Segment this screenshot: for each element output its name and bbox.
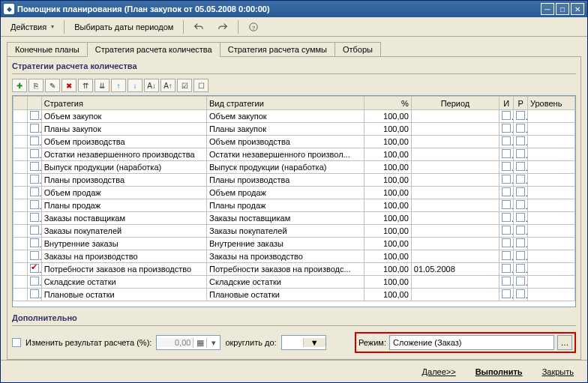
row-checkbox[interactable]: [27, 187, 41, 199]
cell-p[interactable]: [514, 238, 528, 250]
cell-p[interactable]: [514, 161, 528, 174]
next-button[interactable]: Далее>>: [416, 365, 462, 379]
cell-i[interactable]: [500, 161, 514, 174]
cell-p[interactable]: [514, 136, 528, 148]
table-row[interactable]: Остатки незавершенного производстваОстат…: [14, 148, 575, 161]
col-i[interactable]: И: [500, 97, 514, 110]
table-row[interactable]: Складские остаткиСкладские остатки100,00: [14, 276, 575, 289]
strategy-grid[interactable]: Стратегия Вид стратегии % Период И Р Уро…: [12, 95, 576, 307]
row-checkbox[interactable]: [27, 161, 41, 174]
col-p[interactable]: Р: [514, 97, 528, 110]
cell-i[interactable]: [500, 187, 514, 199]
row-checkbox[interactable]: [27, 276, 41, 289]
delete-row-icon[interactable]: ✖: [62, 79, 76, 92]
row-checkbox[interactable]: [27, 238, 41, 250]
cell-p[interactable]: [514, 276, 528, 289]
cell-i[interactable]: [500, 238, 514, 250]
check-all-icon[interactable]: ☑: [177, 79, 192, 92]
move-down-icon[interactable]: ↓: [128, 79, 142, 92]
table-row[interactable]: Заказы покупателейЗаказы покупателей100,…: [14, 225, 575, 238]
tab-sum-strategy[interactable]: Стратегия расчета суммы: [220, 42, 335, 57]
col-pct[interactable]: %: [364, 97, 411, 110]
row-checkbox[interactable]: [27, 225, 41, 238]
change-result-field[interactable]: ▦ ▾: [156, 335, 220, 350]
cell-i[interactable]: [500, 250, 514, 263]
edit-row-icon[interactable]: ✎: [45, 79, 60, 92]
move-up-icon[interactable]: ↑: [111, 79, 126, 92]
cell-i[interactable]: [500, 136, 514, 148]
row-checkbox[interactable]: [27, 174, 41, 187]
move-bottom-icon[interactable]: ⇊: [94, 79, 110, 92]
table-row[interactable]: Плановые остаткиПлановые остатки100,00: [14, 289, 575, 301]
col-level[interactable]: Уровень: [528, 97, 575, 110]
cell-i[interactable]: [500, 263, 514, 276]
tab-final-plans[interactable]: Конечные планы: [7, 42, 88, 57]
col-type[interactable]: Вид стратегии: [207, 97, 364, 110]
cell-p[interactable]: [514, 174, 528, 187]
spin-icon[interactable]: ▾: [206, 338, 220, 348]
row-checkbox[interactable]: [27, 148, 41, 161]
change-result-checkbox[interactable]: [12, 338, 21, 347]
cell-p[interactable]: [514, 199, 528, 212]
uncheck-all-icon[interactable]: ☐: [194, 79, 208, 92]
add-row-icon[interactable]: ✚: [12, 79, 27, 92]
table-row[interactable]: Объем производстваОбъем производства100,…: [14, 136, 575, 148]
undo-icon[interactable]: [188, 19, 209, 34]
minimize-button[interactable]: ─: [541, 3, 554, 15]
chevron-down-icon[interactable]: ▼: [303, 338, 326, 347]
pick-dates-button[interactable]: Выбирать даты периодом: [69, 20, 178, 34]
table-row[interactable]: Планы продажПланы продаж100,00: [14, 199, 575, 212]
table-row[interactable]: Планы закупокПланы закупок100,00: [14, 123, 575, 136]
cell-i[interactable]: [500, 123, 514, 136]
clear-icon[interactable]: ▦: [193, 338, 206, 348]
table-row[interactable]: Внутренние заказыВнутренние заказы100,00: [14, 238, 575, 250]
cell-p[interactable]: [514, 148, 528, 161]
cell-p[interactable]: [514, 212, 528, 225]
cell-i[interactable]: [500, 174, 514, 187]
row-checkbox[interactable]: [27, 123, 41, 136]
mode-ellipsis-button[interactable]: …: [557, 335, 572, 350]
row-checkbox[interactable]: [27, 110, 41, 123]
run-button[interactable]: Выполнить: [470, 365, 529, 379]
move-top-icon[interactable]: ⇈: [78, 79, 93, 92]
mode-combo[interactable]: Сложение (Заказ): [389, 335, 554, 350]
redo-icon[interactable]: [212, 19, 233, 34]
row-checkbox[interactable]: [27, 289, 41, 301]
help-icon[interactable]: ?: [243, 19, 264, 34]
table-row[interactable]: Объем продажОбъем продаж100,00: [14, 187, 575, 199]
table-row[interactable]: Заказы на производствоЗаказы на производ…: [14, 250, 575, 263]
cell-i[interactable]: [500, 212, 514, 225]
cell-i[interactable]: [500, 276, 514, 289]
cell-p[interactable]: [514, 289, 528, 301]
cell-p[interactable]: [514, 250, 528, 263]
table-row[interactable]: Потребности заказов на производствоПотре…: [14, 263, 575, 276]
cell-p[interactable]: [514, 263, 528, 276]
table-row[interactable]: Выпуск продукции (наработка)Выпуск проду…: [14, 161, 575, 174]
cell-i[interactable]: [500, 289, 514, 301]
close-button[interactable]: Закрыть: [536, 365, 580, 379]
cell-p[interactable]: [514, 187, 528, 199]
actions-menu[interactable]: Действия: [5, 20, 59, 34]
col-strategy[interactable]: Стратегия: [41, 97, 206, 110]
table-row[interactable]: Планы производстваПланы производства100,…: [14, 174, 575, 187]
cell-i[interactable]: [500, 148, 514, 161]
maximize-button[interactable]: □: [556, 3, 569, 15]
round-to-combo[interactable]: ▼: [281, 335, 326, 350]
col-period[interactable]: Период: [411, 97, 499, 110]
sort-asc-icon[interactable]: A↓: [144, 79, 159, 92]
table-row[interactable]: Объем закупокОбъем закупок100,00: [14, 110, 575, 123]
row-checkbox[interactable]: [27, 250, 41, 263]
close-window-button[interactable]: ✕: [571, 3, 584, 15]
row-checkbox[interactable]: [27, 263, 41, 276]
cell-p[interactable]: [514, 110, 528, 123]
change-result-input[interactable]: [157, 338, 193, 347]
copy-row-icon[interactable]: ⎘: [28, 79, 44, 92]
row-checkbox[interactable]: [27, 212, 41, 225]
cell-i[interactable]: [500, 110, 514, 123]
cell-p[interactable]: [514, 225, 528, 238]
tab-filters[interactable]: Отборы: [334, 42, 381, 57]
tab-qty-strategy[interactable]: Стратегия расчета количества: [87, 42, 220, 57]
cell-i[interactable]: [500, 225, 514, 238]
sort-desc-icon[interactable]: A↑: [160, 79, 176, 92]
row-checkbox[interactable]: [27, 199, 41, 212]
